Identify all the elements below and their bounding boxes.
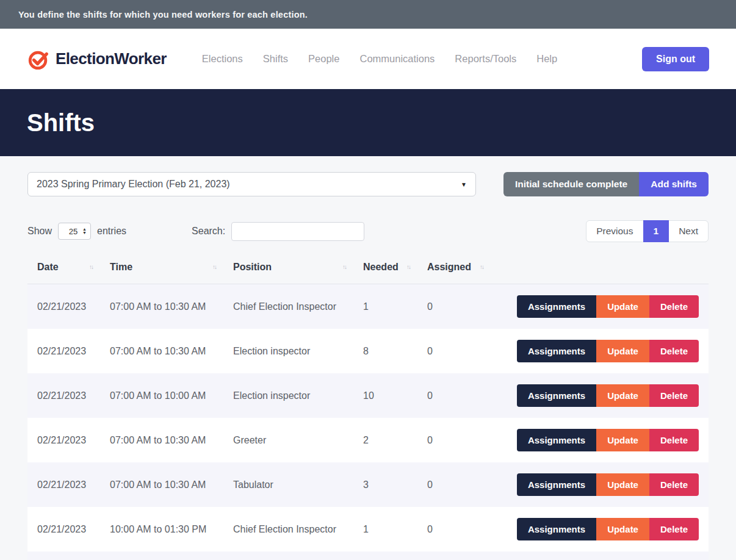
shifts-table: Date ↑↓ Time ↑↓ Position ↑↓ Needed ↑↓ As… — [27, 250, 709, 560]
nav-item-reports-tools[interactable]: Reports/Tools — [455, 53, 516, 65]
stepper-icon: ▲ ▼ — [82, 228, 87, 235]
delete-button[interactable]: Delete — [649, 473, 699, 496]
cell-assigned: 0 — [427, 435, 500, 446]
table-row: 02/21/2023 07:00 AM to 10:00 AM Election… — [27, 373, 709, 418]
cell-position: Election inspector — [233, 390, 363, 401]
table-row: 02/21/2023 07:00 AM to 10:30 AM Tabulato… — [27, 462, 709, 507]
cell-date: 02/21/2023 — [37, 301, 110, 312]
nav-item-people[interactable]: People — [308, 53, 339, 65]
cell-needed: 1 — [363, 524, 427, 535]
cell-date: 02/21/2023 — [37, 479, 110, 490]
cell-position: Chief Election Inspector — [233, 524, 363, 535]
delete-button[interactable]: Delete — [649, 340, 699, 362]
table-row: 02/21/2023 07:00 AM to 10:30 AM Greeter … — [27, 418, 709, 462]
table-row: 02/21/2023 07:00 AM to 10:30 AM Chief El… — [27, 284, 709, 329]
update-button[interactable]: Update — [596, 295, 649, 318]
nav-item-elections[interactable]: Elections — [202, 53, 243, 65]
update-button[interactable]: Update — [596, 384, 649, 407]
assignments-button[interactable]: Assignments — [517, 473, 596, 496]
row-actions: Assignments Update Delete — [517, 295, 699, 318]
brand-logo[interactable]: ElectionWorker — [27, 48, 167, 71]
toolbar-buttons: Initial schedule complete Add shifts — [503, 172, 709, 196]
row-actions: Assignments Update Delete — [517, 384, 699, 407]
search-label: Search: — [192, 226, 225, 237]
delete-button[interactable]: Delete — [649, 518, 699, 540]
column-header-time[interactable]: Time ↑↓ — [110, 262, 233, 273]
delete-button[interactable]: Delete — [649, 429, 699, 451]
table-row-partial — [27, 551, 709, 560]
assignments-button[interactable]: Assignments — [517, 384, 596, 407]
cell-time: 07:00 AM to 10:30 AM — [110, 435, 233, 446]
page-title: Shifts — [27, 109, 95, 137]
update-button[interactable]: Update — [596, 340, 649, 362]
row-actions: Assignments Update Delete — [517, 340, 699, 362]
election-select[interactable]: 2023 Spring Primary Election (Feb 21, 20… — [27, 172, 476, 196]
delete-button[interactable]: Delete — [649, 384, 699, 407]
row-actions: Assignments Update Delete — [517, 429, 699, 451]
toolbar: 2023 Spring Primary Election (Feb 21, 20… — [27, 172, 709, 196]
assignments-button[interactable]: Assignments — [517, 429, 596, 451]
pagination-next[interactable]: Next — [668, 220, 709, 242]
cell-time: 07:00 AM to 10:30 AM — [110, 346, 233, 357]
cell-assigned: 0 — [427, 479, 500, 490]
cell-needed: 8 — [363, 346, 427, 357]
assignments-button[interactable]: Assignments — [517, 518, 596, 540]
table-row: 02/21/2023 10:00 AM to 01:30 PM Chief El… — [27, 507, 709, 551]
update-button[interactable]: Update — [596, 429, 649, 451]
column-header-position[interactable]: Position ↑↓ — [233, 262, 363, 273]
caret-down-icon: ▼ — [461, 181, 467, 188]
cell-needed: 3 — [363, 479, 427, 490]
sort-icon: ↑↓ — [212, 264, 216, 270]
add-shifts-button[interactable]: Add shifts — [639, 172, 709, 196]
nav-item-help[interactable]: Help — [536, 53, 557, 65]
cell-time: 07:00 AM to 10:00 AM — [110, 390, 233, 401]
sort-icon: ↑↓ — [406, 264, 410, 270]
column-header-date[interactable]: Date ↑↓ — [37, 262, 110, 273]
update-button[interactable]: Update — [596, 473, 649, 496]
row-actions: Assignments Update Delete — [517, 518, 699, 540]
initial-schedule-complete-button[interactable]: Initial schedule complete — [503, 172, 639, 196]
cell-assigned: 0 — [427, 524, 500, 535]
cell-needed: 1 — [363, 301, 427, 312]
cell-position: Greeter — [233, 435, 363, 446]
cell-assigned: 0 — [427, 346, 500, 357]
row-actions: Assignments Update Delete — [517, 473, 699, 496]
table-body: 02/21/2023 07:00 AM to 10:30 AM Chief El… — [27, 284, 709, 560]
cell-date: 02/21/2023 — [37, 390, 110, 401]
cell-date: 02/21/2023 — [37, 435, 110, 446]
nav-item-communications[interactable]: Communications — [359, 53, 435, 65]
announcement-text: You define the shifts for which you need… — [18, 10, 308, 20]
cell-time: 10:00 AM to 01:30 PM — [110, 524, 233, 535]
column-header-assigned[interactable]: Assigned ↑↓ — [427, 262, 500, 273]
search-input[interactable] — [231, 222, 364, 241]
cell-date: 02/21/2023 — [37, 346, 110, 357]
sort-icon: ↑↓ — [480, 264, 483, 270]
cell-assigned: 0 — [427, 301, 500, 312]
nav-item-shifts[interactable]: Shifts — [263, 53, 288, 65]
pagination-previous[interactable]: Previous — [586, 220, 643, 242]
search-wrap: Search: — [192, 222, 364, 241]
check-circle-icon — [27, 48, 50, 71]
pagination-page-1[interactable]: 1 — [643, 220, 669, 242]
delete-button[interactable]: Delete — [649, 295, 699, 318]
pagination: Previous 1 Next — [586, 220, 709, 242]
entries-select[interactable]: 25 ▲ ▼ — [58, 223, 91, 240]
cell-position: Election inspector — [233, 346, 363, 357]
cell-time: 07:00 AM to 10:30 AM — [110, 479, 233, 490]
site-header: ElectionWorker Elections Shifts People C… — [0, 29, 736, 89]
brand-name: ElectionWorker — [56, 49, 167, 68]
column-header-needed[interactable]: Needed ↑↓ — [363, 262, 427, 273]
table-controls: Show 25 ▲ ▼ entries Search: Previous 1 N… — [27, 221, 709, 242]
entries-label: entries — [97, 226, 126, 237]
cell-time: 07:00 AM to 10:30 AM — [110, 301, 233, 312]
sign-out-button[interactable]: Sign out — [642, 47, 709, 71]
main-content: 2023 Spring Primary Election (Feb 21, 20… — [0, 156, 736, 560]
assignments-button[interactable]: Assignments — [517, 340, 596, 362]
page-hero: Shifts — [0, 89, 736, 156]
update-button[interactable]: Update — [596, 518, 649, 540]
table-row: 02/21/2023 07:00 AM to 10:30 AM Election… — [27, 329, 709, 373]
assignments-button[interactable]: Assignments — [517, 295, 596, 318]
entries-select-value: 25 — [64, 227, 82, 236]
cell-needed: 10 — [363, 390, 427, 401]
main-nav: Elections Shifts People Communications R… — [202, 53, 557, 65]
